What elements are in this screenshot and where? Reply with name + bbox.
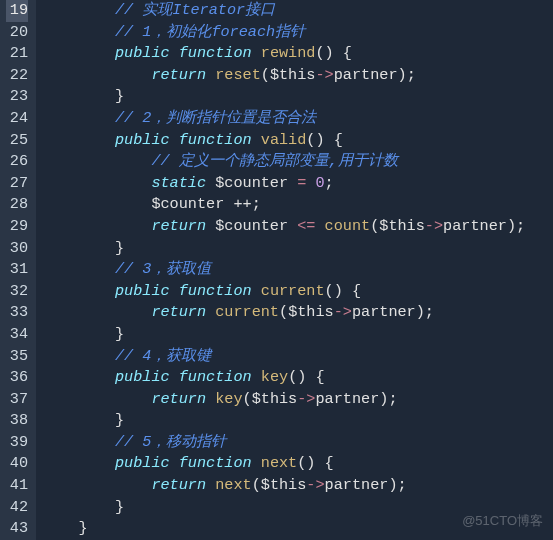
line-number: 36 [6,367,28,389]
code-token [42,109,115,127]
code-token: count [325,217,371,235]
code-line[interactable]: public function current() { [42,281,525,303]
code-token [42,476,151,494]
code-line[interactable]: public function next() { [42,453,525,475]
code-token: ( [370,217,379,235]
code-token: } [78,519,87,537]
line-number: 39 [6,432,28,454]
code-line[interactable]: return $counter <= count($this->partner)… [42,216,525,238]
code-token: next [215,476,251,494]
line-number: 23 [6,86,28,108]
code-token: ( [261,66,270,84]
code-token: // 3，获取值 [115,260,211,278]
code-token [42,1,115,19]
code-token: () { [297,454,333,472]
code-token [42,282,115,300]
line-number: 22 [6,65,28,87]
code-token [42,347,115,365]
code-area[interactable]: // 实现Iterator接口 // 1，初始化foreach指针 public… [36,0,525,540]
code-line[interactable]: } [42,410,525,432]
code-line[interactable]: $counter ++; [42,194,525,216]
code-token [42,498,115,516]
code-line[interactable]: // 1，初始化foreach指针 [42,22,525,44]
code-token: ); [398,66,416,84]
code-token: ); [507,217,525,235]
line-number: 26 [6,151,28,173]
code-token [42,131,115,149]
line-number: 31 [6,259,28,281]
code-line[interactable]: // 实现Iterator接口 [42,0,525,22]
code-token: current [261,282,325,300]
code-line[interactable]: } [42,497,525,519]
code-token: next [261,454,297,472]
code-line[interactable]: public function key() { [42,367,525,389]
code-token [252,44,261,62]
code-token: } [115,87,124,105]
code-line[interactable]: // 3，获取值 [42,259,525,281]
code-line[interactable]: public function rewind() { [42,43,525,65]
code-line[interactable]: return reset($this->partner); [42,65,525,87]
code-token: public [115,44,170,62]
code-token [42,454,115,472]
code-token [206,303,215,321]
code-token [42,260,115,278]
line-number: 30 [6,238,28,260]
code-token: $this [261,476,307,494]
code-line[interactable]: } [42,238,525,260]
code-line[interactable]: // 定义一个静态局部变量,用于计数 [42,151,525,173]
code-token: return [151,476,206,494]
code-token: ++; [224,195,260,213]
code-editor[interactable]: 1920212223242526272829303132333435363738… [0,0,553,540]
code-token: $counter [215,174,288,192]
code-line[interactable]: static $counter = 0; [42,173,525,195]
line-number: 21 [6,43,28,65]
code-token: partner [315,390,379,408]
code-token [206,66,215,84]
line-number: 32 [6,281,28,303]
code-token: return [151,303,206,321]
code-token: return [151,66,206,84]
code-line[interactable]: // 2，判断指针位置是否合法 [42,108,525,130]
code-token: $this [252,390,298,408]
code-token: <= [288,217,324,235]
line-number: 35 [6,346,28,368]
line-number: 20 [6,22,28,44]
code-line[interactable]: return next($this->partner); [42,475,525,497]
code-token [42,23,115,41]
line-number: 40 [6,453,28,475]
line-number: 27 [6,173,28,195]
line-number: 28 [6,194,28,216]
code-token [42,44,115,62]
code-token: function [179,282,252,300]
code-line[interactable]: return current($this->partner); [42,302,525,324]
code-token: -> [315,66,333,84]
code-token [42,239,115,257]
code-line[interactable]: // 4，获取键 [42,346,525,368]
code-token: partner [443,217,507,235]
line-number: 42 [6,497,28,519]
code-token: // 4，获取键 [115,347,211,365]
code-token [42,390,151,408]
code-line[interactable]: } [42,86,525,108]
code-token: partner [325,476,389,494]
code-token: key [215,390,242,408]
code-token [170,44,179,62]
code-line[interactable]: return key($this->partner); [42,389,525,411]
line-number: 24 [6,108,28,130]
code-token: public [115,131,170,149]
code-token: ( [243,390,252,408]
code-token [42,368,115,386]
code-token [252,282,261,300]
code-line[interactable]: } [42,518,525,540]
code-token: // 实现Iterator接口 [115,1,275,19]
code-token: public [115,368,170,386]
code-line[interactable]: } [42,324,525,346]
code-token [42,66,151,84]
code-line[interactable]: // 5，移动指针 [42,432,525,454]
code-token: } [115,498,124,516]
code-token: } [115,239,124,257]
code-token [42,87,115,105]
code-line[interactable]: public function valid() { [42,130,525,152]
code-token [170,131,179,149]
code-token [42,174,151,192]
